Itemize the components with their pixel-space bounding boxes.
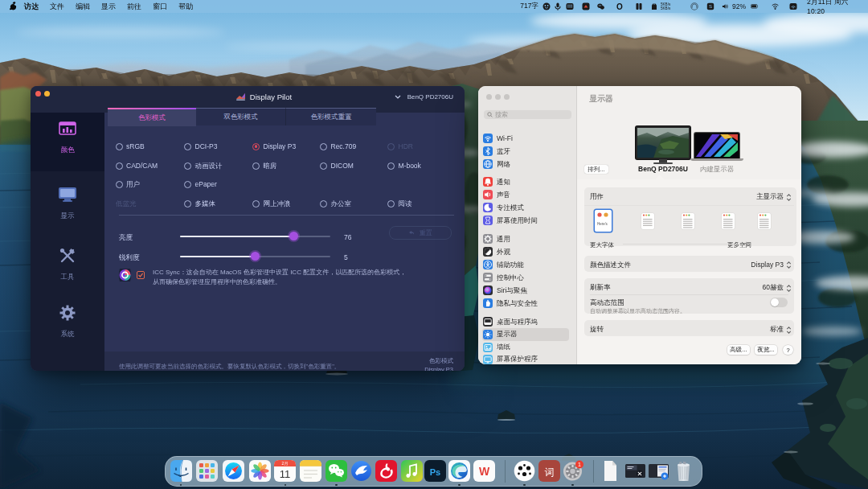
svg-text:W: W (479, 465, 490, 478)
svg-text:Ps: Ps (430, 467, 440, 477)
svg-text:S: S (709, 4, 712, 9)
svg-text:词: 词 (544, 466, 554, 478)
svg-text:2月: 2月 (282, 461, 289, 466)
svg-text:Here's: Here's (597, 222, 608, 226)
svg-text:11: 11 (280, 468, 291, 480)
svg-text:1: 1 (578, 462, 581, 467)
